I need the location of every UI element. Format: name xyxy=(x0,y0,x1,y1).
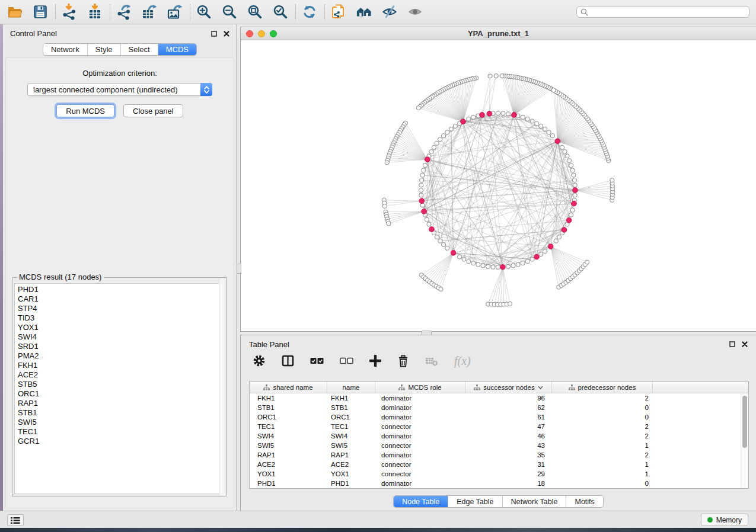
graph-leaf-node[interactable] xyxy=(385,161,389,165)
zoom-in-icon[interactable] xyxy=(196,4,212,20)
memory-button[interactable]: Memory xyxy=(701,514,748,526)
mcds-result-item[interactable]: PMA2 xyxy=(15,351,220,361)
close-window-traffic-light[interactable] xyxy=(246,30,253,37)
graph-leaf-node[interactable] xyxy=(416,106,420,110)
graph-leaf-node[interactable] xyxy=(488,74,492,78)
graph-leaf-node[interactable] xyxy=(585,260,589,264)
graph-mcds-hub-node[interactable] xyxy=(425,157,430,162)
graph-node[interactable] xyxy=(462,257,466,261)
graph-node[interactable] xyxy=(467,117,471,121)
graph-node[interactable] xyxy=(441,242,445,246)
tab-node-table[interactable]: Node Table xyxy=(394,496,448,507)
table-row[interactable]: ACE2ACE2connector311 xyxy=(250,460,748,469)
column-header-name[interactable]: name xyxy=(327,382,375,393)
criterion-dropdown[interactable]: largest connected component (undirected) xyxy=(27,83,212,96)
graph-node[interactable] xyxy=(491,265,495,269)
show-columns-icon[interactable] xyxy=(282,355,294,367)
graph-node[interactable] xyxy=(449,127,453,131)
tab-edge-table[interactable]: Edge Table xyxy=(448,496,502,507)
graph-node[interactable] xyxy=(560,145,564,149)
graph-node[interactable] xyxy=(441,133,445,137)
graph-leaf-node[interactable] xyxy=(500,74,504,78)
graph-mcds-hub-node[interactable] xyxy=(451,251,456,256)
graph-mcds-hub-node[interactable] xyxy=(573,188,578,193)
graph-node[interactable] xyxy=(467,259,471,264)
graph-mcds-hub-node[interactable] xyxy=(572,201,577,206)
graph-mcds-hub-node[interactable] xyxy=(562,227,567,233)
graph-node[interactable] xyxy=(445,246,449,250)
search-input[interactable] xyxy=(591,8,745,16)
table-settings-gear-icon[interactable] xyxy=(253,354,266,367)
graph-mcds-hub-node[interactable] xyxy=(566,217,572,223)
network-canvas[interactable] xyxy=(241,40,756,331)
tab-network-table[interactable]: Network Table xyxy=(503,496,567,507)
import-network-icon[interactable] xyxy=(61,4,78,20)
graph-leaf-node[interactable] xyxy=(610,178,614,182)
graph-node[interactable] xyxy=(419,183,423,187)
graph-mcds-hub-node[interactable] xyxy=(461,119,466,124)
mcds-result-item[interactable]: STB5 xyxy=(15,380,220,389)
graph-node[interactable] xyxy=(481,264,485,268)
mcds-result-item[interactable]: CAR1 xyxy=(15,294,220,304)
save-session-icon[interactable] xyxy=(32,4,49,20)
table-scrollbar[interactable] xyxy=(741,394,748,488)
mcds-list-scrollbar[interactable] xyxy=(219,278,225,495)
mcds-result-item[interactable]: TID3 xyxy=(15,313,220,323)
graph-node[interactable] xyxy=(572,178,576,182)
graph-node[interactable] xyxy=(419,188,423,192)
tab-motifs[interactable]: Motifs xyxy=(566,496,602,507)
graph-node[interactable] xyxy=(534,121,538,126)
tab-select[interactable]: Select xyxy=(121,44,158,55)
graph-node[interactable] xyxy=(570,168,575,172)
float-panel-icon[interactable] xyxy=(211,31,217,37)
graph-leaf-node[interactable] xyxy=(551,88,556,92)
graph-mcds-hub-node[interactable] xyxy=(487,111,492,117)
refresh-layout-icon[interactable] xyxy=(301,4,318,20)
graph-node[interactable] xyxy=(539,252,543,256)
graph-node[interactable] xyxy=(435,235,439,239)
horizontal-splitter-grip[interactable] xyxy=(422,331,432,335)
graph-node[interactable] xyxy=(516,262,520,267)
table-row[interactable]: PHD1PHD1dominator180 xyxy=(250,479,748,488)
show-panels-list-button[interactable] xyxy=(7,514,24,526)
graph-node[interactable] xyxy=(543,127,547,131)
graph-node[interactable] xyxy=(521,115,525,119)
table-row[interactable]: SWI4SWI4dominator462 xyxy=(250,431,748,441)
graph-node[interactable] xyxy=(573,193,577,197)
graph-node[interactable] xyxy=(438,137,442,142)
maximize-window-traffic-light[interactable] xyxy=(270,30,277,37)
graph-node[interactable] xyxy=(471,261,476,265)
select-all-checkboxes-icon[interactable] xyxy=(310,357,324,365)
minimize-window-traffic-light[interactable] xyxy=(258,30,265,37)
graph-node[interactable] xyxy=(573,183,577,187)
mcds-result-item[interactable]: PHD1 xyxy=(15,284,220,294)
column-header-mcds-role[interactable]: MCDS role xyxy=(375,382,465,393)
graph-node[interactable] xyxy=(565,154,569,158)
deselect-all-checkboxes-icon[interactable] xyxy=(340,357,353,365)
column-header-successor-nodes[interactable]: successor nodes xyxy=(465,382,552,393)
graph-node[interactable] xyxy=(506,112,510,116)
mcds-result-item[interactable]: RAP1 xyxy=(15,399,220,408)
table-row[interactable]: YOX1YOX1connector291 xyxy=(250,469,748,479)
graph-node[interactable] xyxy=(423,164,427,168)
network-search-box[interactable] xyxy=(576,6,749,18)
mcds-result-item[interactable]: STB1 xyxy=(15,408,220,418)
graph-node[interactable] xyxy=(547,130,551,134)
graph-mcds-hub-node[interactable] xyxy=(548,244,553,249)
graph-leaf-node[interactable] xyxy=(494,73,498,78)
mcds-result-item[interactable]: SRD1 xyxy=(15,342,220,351)
table-row[interactable]: ORC1ORC1dominator610 xyxy=(250,412,748,422)
graph-node[interactable] xyxy=(563,149,567,153)
graph-node[interactable] xyxy=(429,149,433,153)
import-table-icon[interactable] xyxy=(87,4,103,20)
close-panel-button[interactable]: Close panel xyxy=(123,104,183,117)
zoom-fit-icon[interactable] xyxy=(247,4,263,20)
graph-node[interactable] xyxy=(496,111,500,115)
clone-network-icon[interactable] xyxy=(330,4,347,20)
graph-node[interactable] xyxy=(445,130,449,134)
table-row[interactable]: SWI5SWI5connector431 xyxy=(250,441,748,450)
graph-node[interactable] xyxy=(420,173,425,177)
graph-mcds-hub-node[interactable] xyxy=(429,227,435,232)
column-header-shared-name[interactable]: shared name xyxy=(250,382,327,393)
graph-node[interactable] xyxy=(425,217,429,222)
